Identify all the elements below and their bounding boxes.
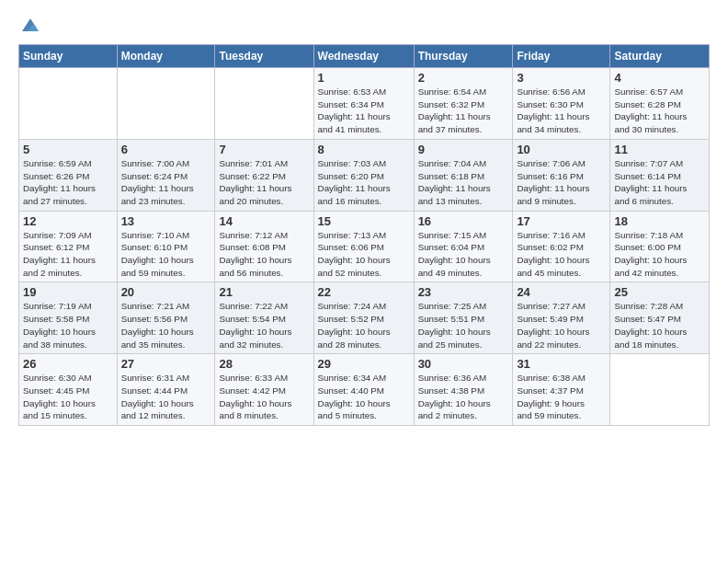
day-info: Sunrise: 7:04 AM Sunset: 6:18 PM Dayligh… bbox=[418, 157, 509, 208]
day-cell: 29Sunrise: 6:34 AM Sunset: 4:40 PM Dayli… bbox=[313, 354, 414, 426]
day-info: Sunrise: 7:06 AM Sunset: 6:16 PM Dayligh… bbox=[517, 157, 606, 208]
day-cell: 3Sunrise: 6:56 AM Sunset: 6:30 PM Daylig… bbox=[513, 68, 610, 140]
day-number: 28 bbox=[219, 357, 309, 371]
header bbox=[18, 15, 710, 35]
week-row-3: 12Sunrise: 7:09 AM Sunset: 6:12 PM Dayli… bbox=[19, 211, 710, 282]
day-info: Sunrise: 7:15 AM Sunset: 6:04 PM Dayligh… bbox=[418, 229, 509, 280]
day-cell bbox=[19, 68, 118, 140]
weekday-header-friday: Friday bbox=[513, 45, 610, 68]
day-info: Sunrise: 7:03 AM Sunset: 6:20 PM Dayligh… bbox=[318, 157, 410, 208]
week-row-5: 26Sunrise: 6:30 AM Sunset: 4:45 PM Dayli… bbox=[19, 354, 710, 426]
day-cell: 18Sunrise: 7:18 AM Sunset: 6:00 PM Dayli… bbox=[610, 211, 710, 282]
day-cell: 28Sunrise: 6:33 AM Sunset: 4:42 PM Dayli… bbox=[215, 354, 313, 426]
weekday-header-tuesday: Tuesday bbox=[215, 45, 313, 68]
day-number: 1 bbox=[318, 71, 410, 85]
day-info: Sunrise: 7:25 AM Sunset: 5:51 PM Dayligh… bbox=[418, 300, 509, 350]
day-cell bbox=[215, 68, 313, 140]
day-number: 21 bbox=[219, 285, 309, 299]
day-cell: 17Sunrise: 7:16 AM Sunset: 6:02 PM Dayli… bbox=[513, 211, 610, 282]
day-cell: 21Sunrise: 7:22 AM Sunset: 5:54 PM Dayli… bbox=[215, 282, 313, 354]
day-number: 6 bbox=[121, 143, 211, 156]
day-info: Sunrise: 7:09 AM Sunset: 6:12 PM Dayligh… bbox=[23, 229, 113, 280]
day-info: Sunrise: 7:27 AM Sunset: 5:49 PM Dayligh… bbox=[517, 300, 606, 350]
day-info: Sunrise: 7:12 AM Sunset: 6:08 PM Dayligh… bbox=[219, 229, 309, 280]
day-info: Sunrise: 6:31 AM Sunset: 4:44 PM Dayligh… bbox=[121, 372, 211, 422]
day-number: 25 bbox=[614, 285, 705, 299]
day-cell: 24Sunrise: 7:27 AM Sunset: 5:49 PM Dayli… bbox=[513, 282, 610, 354]
day-number: 27 bbox=[121, 357, 211, 371]
day-number: 2 bbox=[418, 71, 509, 85]
day-cell: 16Sunrise: 7:15 AM Sunset: 6:04 PM Dayli… bbox=[414, 211, 513, 282]
day-cell: 6Sunrise: 7:00 AM Sunset: 6:24 PM Daylig… bbox=[117, 139, 215, 211]
week-row-2: 5Sunrise: 6:59 AM Sunset: 6:26 PM Daylig… bbox=[19, 139, 710, 211]
day-number: 4 bbox=[614, 71, 705, 85]
weekday-header-row: SundayMondayTuesdayWednesdayThursdayFrid… bbox=[19, 45, 710, 68]
day-number: 30 bbox=[418, 357, 509, 371]
day-cell bbox=[117, 68, 215, 140]
day-cell: 13Sunrise: 7:10 AM Sunset: 6:10 PM Dayli… bbox=[117, 211, 215, 282]
day-info: Sunrise: 7:22 AM Sunset: 5:54 PM Dayligh… bbox=[219, 300, 309, 350]
logo bbox=[18, 15, 40, 35]
day-number: 24 bbox=[517, 285, 606, 299]
day-info: Sunrise: 6:38 AM Sunset: 4:37 PM Dayligh… bbox=[517, 372, 606, 422]
day-cell: 30Sunrise: 6:36 AM Sunset: 4:38 PM Dayli… bbox=[414, 354, 513, 426]
day-number: 10 bbox=[517, 143, 606, 156]
day-number: 14 bbox=[219, 214, 309, 228]
weekday-header-sunday: Sunday bbox=[19, 45, 118, 68]
weekday-header-wednesday: Wednesday bbox=[313, 45, 414, 68]
day-cell: 22Sunrise: 7:24 AM Sunset: 5:52 PM Dayli… bbox=[313, 282, 414, 354]
day-info: Sunrise: 7:19 AM Sunset: 5:58 PM Dayligh… bbox=[23, 300, 113, 350]
day-cell: 14Sunrise: 7:12 AM Sunset: 6:08 PM Dayli… bbox=[215, 211, 313, 282]
day-info: Sunrise: 6:57 AM Sunset: 6:28 PM Dayligh… bbox=[614, 86, 705, 136]
day-info: Sunrise: 6:53 AM Sunset: 6:34 PM Dayligh… bbox=[318, 86, 410, 136]
day-cell: 27Sunrise: 6:31 AM Sunset: 4:44 PM Dayli… bbox=[117, 354, 215, 426]
day-number: 31 bbox=[517, 357, 606, 371]
day-number: 20 bbox=[121, 285, 211, 299]
day-info: Sunrise: 7:00 AM Sunset: 6:24 PM Dayligh… bbox=[121, 157, 211, 208]
day-info: Sunrise: 6:34 AM Sunset: 4:40 PM Dayligh… bbox=[318, 372, 410, 422]
day-info: Sunrise: 7:16 AM Sunset: 6:02 PM Dayligh… bbox=[517, 229, 606, 280]
day-cell: 15Sunrise: 7:13 AM Sunset: 6:06 PM Dayli… bbox=[313, 211, 414, 282]
day-cell: 19Sunrise: 7:19 AM Sunset: 5:58 PM Dayli… bbox=[19, 282, 118, 354]
day-cell: 4Sunrise: 6:57 AM Sunset: 6:28 PM Daylig… bbox=[610, 68, 710, 140]
day-number: 13 bbox=[121, 214, 211, 228]
day-number: 23 bbox=[418, 285, 509, 299]
day-number: 12 bbox=[23, 214, 113, 228]
day-info: Sunrise: 6:36 AM Sunset: 4:38 PM Dayligh… bbox=[418, 372, 509, 422]
day-cell: 10Sunrise: 7:06 AM Sunset: 6:16 PM Dayli… bbox=[513, 139, 610, 211]
day-cell: 20Sunrise: 7:21 AM Sunset: 5:56 PM Dayli… bbox=[117, 282, 215, 354]
day-number: 5 bbox=[23, 143, 113, 156]
weekday-header-saturday: Saturday bbox=[610, 45, 710, 68]
day-info: Sunrise: 7:10 AM Sunset: 6:10 PM Dayligh… bbox=[121, 229, 211, 280]
day-info: Sunrise: 6:33 AM Sunset: 4:42 PM Dayligh… bbox=[219, 372, 309, 422]
weekday-header-monday: Monday bbox=[117, 45, 215, 68]
day-number: 9 bbox=[418, 143, 509, 156]
day-info: Sunrise: 6:54 AM Sunset: 6:32 PM Dayligh… bbox=[418, 86, 509, 136]
day-cell bbox=[610, 354, 710, 426]
day-cell: 9Sunrise: 7:04 AM Sunset: 6:18 PM Daylig… bbox=[414, 139, 513, 211]
day-info: Sunrise: 7:24 AM Sunset: 5:52 PM Dayligh… bbox=[318, 300, 410, 350]
day-number: 7 bbox=[219, 143, 309, 156]
week-row-1: 1Sunrise: 6:53 AM Sunset: 6:34 PM Daylig… bbox=[19, 68, 710, 140]
day-cell: 12Sunrise: 7:09 AM Sunset: 6:12 PM Dayli… bbox=[19, 211, 118, 282]
day-cell: 23Sunrise: 7:25 AM Sunset: 5:51 PM Dayli… bbox=[414, 282, 513, 354]
day-number: 26 bbox=[23, 357, 113, 371]
day-number: 19 bbox=[23, 285, 113, 299]
day-number: 22 bbox=[318, 285, 410, 299]
calendar-table: SundayMondayTuesdayWednesdayThursdayFrid… bbox=[18, 44, 710, 426]
day-number: 18 bbox=[614, 214, 705, 228]
day-info: Sunrise: 6:59 AM Sunset: 6:26 PM Dayligh… bbox=[23, 157, 113, 208]
day-cell: 2Sunrise: 6:54 AM Sunset: 6:32 PM Daylig… bbox=[414, 68, 513, 140]
day-info: Sunrise: 6:30 AM Sunset: 4:45 PM Dayligh… bbox=[23, 372, 113, 422]
day-number: 17 bbox=[517, 214, 606, 228]
logo-icon bbox=[20, 15, 40, 35]
day-info: Sunrise: 7:01 AM Sunset: 6:22 PM Dayligh… bbox=[219, 157, 309, 208]
day-number: 8 bbox=[318, 143, 410, 156]
day-cell: 26Sunrise: 6:30 AM Sunset: 4:45 PM Dayli… bbox=[19, 354, 118, 426]
weekday-header-thursday: Thursday bbox=[414, 45, 513, 68]
day-info: Sunrise: 7:28 AM Sunset: 5:47 PM Dayligh… bbox=[614, 300, 705, 350]
day-info: Sunrise: 7:21 AM Sunset: 5:56 PM Dayligh… bbox=[121, 300, 211, 350]
day-number: 16 bbox=[418, 214, 509, 228]
week-row-4: 19Sunrise: 7:19 AM Sunset: 5:58 PM Dayli… bbox=[19, 282, 710, 354]
day-number: 29 bbox=[318, 357, 410, 371]
